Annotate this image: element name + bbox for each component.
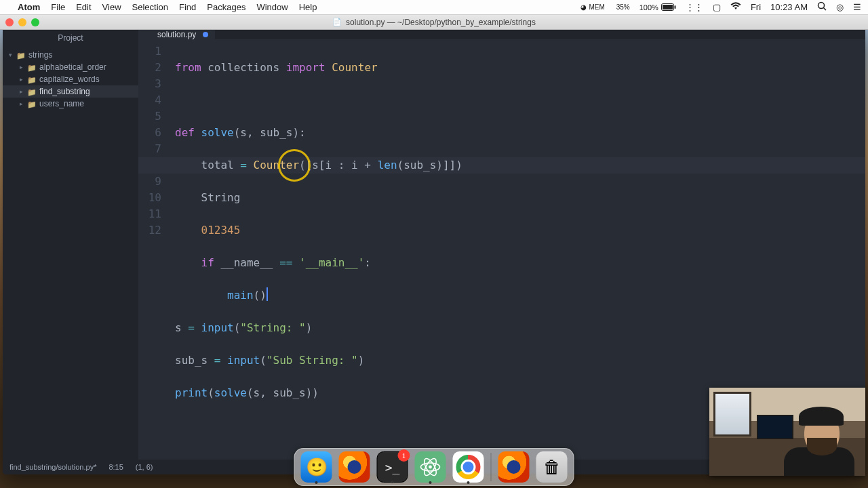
tree-folder[interactable]: ▸ users_name	[3, 98, 138, 110]
tree-root[interactable]: ▾ strings	[3, 49, 138, 61]
chevron-right-icon[interactable]: ▸	[18, 76, 24, 83]
macos-dock[interactable]: 🙂 >_1 🗑	[294, 448, 574, 486]
tree-folder-label: find_substring	[39, 87, 90, 96]
folder-icon	[16, 51, 26, 59]
tree-folder-label: users_name	[39, 99, 84, 108]
tree-folder[interactable]: ▸ alphabetical_order	[3, 61, 138, 73]
window-controls	[5, 18, 39, 26]
menu-find[interactable]: Find	[179, 2, 196, 12]
svg-point-11	[429, 466, 432, 469]
dock-trash-icon[interactable]: 🗑	[536, 451, 568, 483]
minimize-window-button[interactable]	[18, 18, 26, 26]
spotlight-icon[interactable]	[817, 1, 827, 13]
terminal-badge: 1	[398, 449, 410, 462]
folder-icon	[27, 75, 37, 83]
webcam-overlay	[709, 388, 865, 476]
dock-chrome-icon[interactable]	[453, 451, 484, 483]
tree-folder[interactable]: ▸ capitalize_words	[3, 73, 138, 85]
unsaved-dot-icon	[203, 32, 208, 37]
mem-pct: 35%	[616, 3, 630, 11]
siri-icon[interactable]: ◎	[836, 2, 844, 12]
svg-line-4	[824, 8, 827, 11]
menu-view[interactable]: View	[102, 2, 121, 12]
menu-edit[interactable]: Edit	[76, 2, 91, 12]
battery-status[interactable]: 100%	[639, 3, 676, 12]
zoom-window-button[interactable]	[31, 18, 39, 26]
menu-packages[interactable]: Packages	[207, 2, 245, 12]
dock-firefox-icon[interactable]	[339, 451, 370, 483]
chevron-right-icon[interactable]: ▸	[18, 100, 24, 107]
menu-help[interactable]: Help	[299, 2, 317, 12]
document-icon: 📄	[332, 18, 342, 26]
menubar-day[interactable]: Fri	[751, 2, 761, 12]
close-window-button[interactable]	[5, 18, 14, 26]
bluetooth-icon[interactable]: ⋮⋮	[686, 2, 703, 12]
chevron-right-icon[interactable]: ▸	[18, 64, 24, 70]
dock-finder-icon[interactable]: 🙂	[301, 451, 332, 483]
folder-icon	[27, 63, 37, 71]
svg-rect-2	[674, 5, 675, 9]
menu-file[interactable]: File	[51, 2, 65, 12]
tree-folder-label: capitalize_words	[39, 75, 100, 84]
menubar-time[interactable]: 10:23 AM	[770, 2, 808, 12]
chevron-down-icon[interactable]: ▾	[7, 52, 14, 58]
project-pane-header: Project	[3, 30, 138, 46]
window-title: solution.py — ~/Desktop/python_by_exampl…	[346, 18, 536, 27]
status-cursor-pos[interactable]: 8:15	[108, 463, 123, 471]
app-menu[interactable]: Atom	[18, 2, 40, 12]
status-file-path[interactable]: find_substring/solution.py*	[9, 463, 96, 471]
dock-divider	[491, 453, 492, 481]
folder-icon	[27, 100, 37, 108]
project-tree-pane[interactable]: Project ▾ strings ▸ alphabetical_order ▸…	[3, 30, 138, 460]
window-titlebar: 📄 solution.py — ~/Desktop/python_by_exam…	[0, 15, 868, 30]
svg-point-3	[818, 3, 825, 9]
tree-folder-label: alphabetical_order	[39, 62, 106, 72]
dock-recent-firefox-icon[interactable]	[498, 451, 530, 483]
tab-solution-py[interactable]: solution.py	[138, 30, 215, 39]
svg-rect-1	[663, 5, 673, 9]
dock-atom-icon[interactable]	[415, 451, 446, 483]
macos-menubar: Atom File Edit View Selection Find Packa…	[0, 0, 868, 15]
dock-terminal-icon[interactable]: >_1	[377, 451, 408, 483]
menu-window[interactable]: Window	[256, 2, 288, 12]
line-number-gutter: 123 456 789 101112	[138, 39, 171, 474]
mem-icon: ◕ MEM	[580, 3, 606, 11]
menu-selection[interactable]: Selection	[132, 2, 168, 12]
chevron-right-icon[interactable]: ▸	[18, 88, 24, 95]
text-cursor	[267, 287, 268, 301]
wifi-icon[interactable]	[730, 2, 741, 12]
notifications-icon[interactable]: ☰	[853, 2, 861, 12]
tree-folder-selected[interactable]: ▸ find_substring	[3, 85, 138, 98]
tab-label: solution.py	[157, 30, 196, 39]
folder-icon	[27, 87, 37, 96]
tree-root-label: strings	[28, 50, 52, 60]
tab-bar[interactable]: solution.py	[138, 30, 865, 39]
airplay-icon[interactable]: ▢	[713, 2, 721, 12]
